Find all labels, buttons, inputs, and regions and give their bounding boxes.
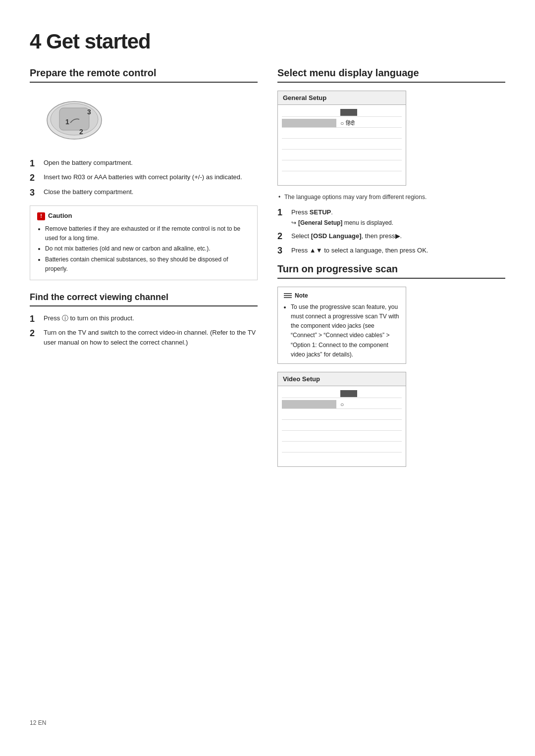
svg-text:2: 2 xyxy=(79,128,83,136)
video-menu-body: ○ xyxy=(278,386,406,466)
svg-text:3: 3 xyxy=(87,108,91,116)
note-box: Note To use the progressive scan feature… xyxy=(277,287,406,364)
find-channel-steps: 1 Press ⓘ to turn on this product. 2 Tur… xyxy=(30,313,258,347)
page-number: 12 EN xyxy=(30,719,46,726)
video-row-7 xyxy=(278,454,406,464)
caution-box: ! Caution Remove batteries if they are e… xyxy=(30,205,258,280)
step-2: 2 Insert two R03 or AAA batteries with c… xyxy=(30,172,258,184)
language-note: The language options may vary from diffe… xyxy=(277,193,505,202)
menu-row-6 xyxy=(278,161,406,172)
arrow-note: ↪ [General Setup] menu is displayed. xyxy=(291,218,505,227)
section-language: Select menu display language General Set… xyxy=(277,67,505,256)
menu-row-3 xyxy=(278,129,406,140)
menu-row-7 xyxy=(278,172,406,183)
lang-step-1: 1 Press SETUP. ↪ [General Setup] menu is… xyxy=(277,207,505,227)
svg-text:1: 1 xyxy=(65,118,69,126)
find-step-2: 2 Turn on the TV and switch to the corre… xyxy=(30,328,258,347)
note-icon xyxy=(284,292,292,299)
caution-icon: ! xyxy=(37,212,45,220)
lang-step-2: 2 Select [OSD Language], then press▶. xyxy=(277,231,505,242)
general-setup-menu: General Setup ○ हिंदी xyxy=(277,91,406,186)
section-prepare-remote: Prepare the remote control 1 3 2 xyxy=(30,67,258,280)
prepare-remote-title: Prepare the remote control xyxy=(30,67,258,83)
remote-diagram: 1 3 2 xyxy=(35,91,114,150)
caution-item-3: Batteries contain chemical substances, s… xyxy=(45,255,250,274)
language-steps: 1 Press SETUP. ↪ [General Setup] menu is… xyxy=(277,207,505,256)
menu-row-1 xyxy=(278,107,406,118)
step-1: 1 Open the battery compartment. xyxy=(30,158,258,169)
caution-item-1: Remove batteries if they are exhausted o… xyxy=(45,224,250,243)
video-row-6 xyxy=(278,443,406,454)
caution-list: Remove batteries if they are exhausted o… xyxy=(37,224,250,274)
page-title: 4 Get started xyxy=(30,30,505,53)
menu-row-4 xyxy=(278,140,406,151)
video-row-4 xyxy=(278,421,406,432)
menu-body: ○ हिंदी xyxy=(278,105,406,185)
video-setup-header: Video Setup xyxy=(278,372,406,386)
svg-rect-2 xyxy=(59,108,89,130)
caution-item-2: Do not mix batteries (old and new or car… xyxy=(45,244,250,253)
video-setup-menu: Video Setup ○ xyxy=(277,372,406,467)
general-setup-header: General Setup xyxy=(278,91,406,105)
video-row-2: ○ xyxy=(278,399,406,410)
section-progressive-scan: Turn on progressive scan Note To use the… xyxy=(277,263,505,467)
step-3: 3 Close the battery compartment. xyxy=(30,187,258,199)
language-title: Select menu display language xyxy=(277,67,505,83)
find-step-1: 1 Press ⓘ to turn on this product. xyxy=(30,313,258,325)
lang-step-3: 3 Press ▲▼ to select a language, then pr… xyxy=(277,246,505,256)
find-channel-title: Find the correct viewing channel xyxy=(30,292,258,306)
note-item-1: To use the progressive scan feature, you… xyxy=(291,302,400,359)
video-row-1 xyxy=(278,388,406,399)
section-find-channel: Find the correct viewing channel 1 Press… xyxy=(30,292,258,347)
menu-row-5 xyxy=(278,151,406,161)
progressive-scan-title: Turn on progressive scan xyxy=(277,263,505,279)
caution-title: ! Caution xyxy=(37,211,250,221)
video-row-5 xyxy=(278,432,406,443)
note-content: To use the progressive scan feature, you… xyxy=(284,302,400,359)
prepare-steps: 1 Open the battery compartment. 2 Insert… xyxy=(30,158,258,199)
note-title: Note xyxy=(284,291,400,301)
menu-row-2: ○ हिंदी xyxy=(278,118,406,129)
video-row-3 xyxy=(278,410,406,421)
